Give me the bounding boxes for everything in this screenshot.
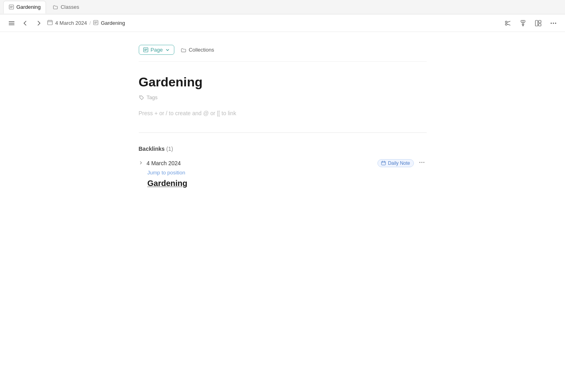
breadcrumb-separator: / — [90, 20, 91, 26]
tab-classes[interactable]: Classes — [48, 1, 84, 14]
tab-bar: Gardening Classes — [0, 0, 565, 14]
backlink-header: 4 March 2024 Daily Note — [139, 158, 427, 168]
svg-point-35 — [421, 162, 422, 163]
tab-classes-label: Classes — [61, 4, 79, 10]
svg-point-34 — [419, 162, 420, 163]
layout-icon — [535, 20, 542, 27]
menu-button[interactable] — [6, 18, 17, 28]
layout-button[interactable] — [533, 18, 543, 28]
svg-rect-19 — [535, 20, 538, 26]
forward-button[interactable] — [34, 18, 44, 28]
toolbar-left: 4 March 2024 / Gardening — [6, 18, 125, 28]
more-options-button[interactable] — [548, 18, 559, 28]
more-icon — [550, 20, 557, 27]
page-type-label: Page — [151, 47, 163, 53]
chevron-down-icon — [165, 48, 170, 52]
backlink-header-right: Daily Note — [377, 158, 426, 168]
backlinks-section: Backlinks (1) 4 March 2024 — [139, 146, 427, 188]
expand-chevron-icon[interactable] — [139, 160, 144, 166]
content-divider — [139, 132, 427, 133]
menu-icon — [8, 20, 15, 27]
collection-icon — [53, 4, 58, 10]
toolbar-right — [503, 18, 559, 28]
jump-to-position-link[interactable]: Jump to position — [148, 170, 427, 176]
breadcrumb-page-icon — [93, 20, 98, 26]
backlinks-title: Backlinks (1) — [139, 146, 427, 152]
svg-rect-30 — [381, 162, 385, 165]
calendar-icon — [47, 20, 53, 26]
backlink-date: 4 March 2024 — [147, 160, 181, 166]
collections-button[interactable]: Collections — [181, 47, 214, 53]
toolbar: 4 March 2024 / Gardening — [0, 14, 565, 32]
svg-rect-21 — [539, 24, 541, 26]
page-type-icon — [143, 47, 148, 52]
collections-label: Collections — [189, 47, 214, 53]
tab-gardening-label: Gardening — [16, 4, 41, 10]
main-content: Page Collections Gardening Tags Press + … — [123, 32, 443, 204]
svg-rect-20 — [539, 20, 541, 23]
back-icon — [22, 20, 29, 27]
page-title: Gardening — [139, 74, 427, 90]
breadcrumb-page-name: Gardening — [101, 20, 125, 26]
backlink-more-button[interactable] — [417, 158, 427, 168]
svg-line-18 — [507, 24, 510, 25]
daily-note-badge: Daily Note — [377, 159, 413, 167]
svg-point-22 — [551, 22, 552, 24]
pin-icon — [519, 20, 527, 27]
breadcrumb: 4 March 2024 / Gardening — [47, 20, 125, 26]
pin-button[interactable] — [518, 18, 528, 28]
page-type-bar: Page Collections — [139, 45, 427, 62]
svg-point-29 — [140, 96, 141, 97]
daily-note-badge-label: Daily Note — [388, 160, 410, 166]
backlink-header-left: 4 March 2024 — [139, 160, 181, 166]
backlink-preview-text[interactable]: Gardening — [148, 179, 427, 188]
forward-icon — [35, 20, 42, 27]
svg-point-36 — [423, 162, 424, 163]
tag-icon — [139, 95, 144, 100]
placeholder-text: Press + or / to create and @ or [[ to li… — [139, 110, 427, 116]
tags-label: Tags — [147, 94, 158, 100]
page-type-button[interactable]: Page — [139, 45, 174, 55]
svg-point-16 — [505, 23, 507, 25]
collections-icon — [181, 47, 186, 53]
daily-note-badge-icon — [381, 161, 386, 166]
tab-gardening[interactable]: Gardening — [3, 1, 46, 14]
scissors-button[interactable] — [503, 18, 513, 28]
backlinks-count: (1) — [166, 146, 173, 152]
svg-point-24 — [555, 22, 556, 24]
scissors-icon — [504, 20, 511, 27]
svg-point-23 — [553, 22, 554, 24]
back-button[interactable] — [20, 18, 30, 28]
svg-rect-7 — [48, 20, 52, 25]
page-icon — [8, 4, 14, 10]
svg-point-15 — [505, 21, 507, 22]
tags-row[interactable]: Tags — [139, 94, 427, 100]
svg-line-17 — [507, 21, 510, 22]
backlink-item: 4 March 2024 Daily Note — [139, 158, 427, 188]
breadcrumb-date: 4 March 2024 — [55, 20, 87, 26]
